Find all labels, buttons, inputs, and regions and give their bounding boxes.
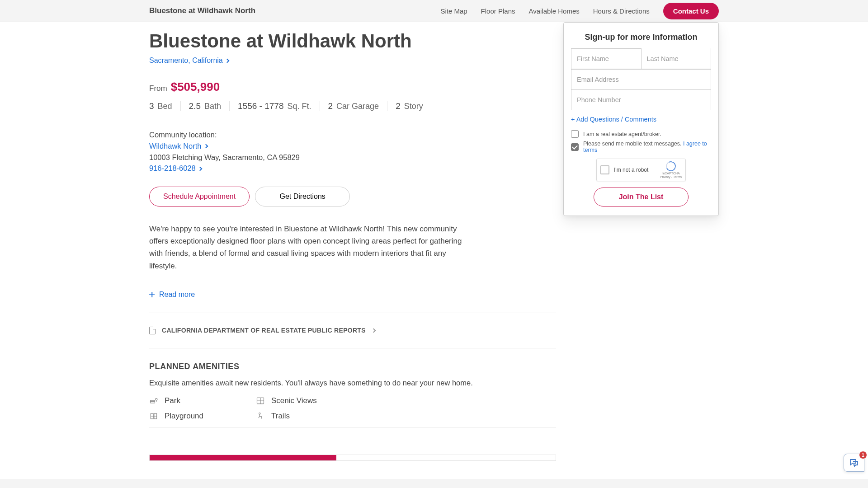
recaptcha-widget[interactable]: I'm not a robot reCAPTCHA Privacy - Term… (596, 159, 686, 181)
chevron-right-icon (225, 59, 229, 63)
chat-icon (848, 457, 860, 468)
phone-input[interactable] (571, 90, 711, 110)
top-bar: Bluestone at Wildhawk North Site Map Flo… (0, 0, 868, 22)
bottom-banner (149, 455, 556, 461)
divider (149, 313, 556, 313)
svg-point-1 (156, 399, 157, 400)
community-phone-link[interactable]: 916-218-6028 (149, 163, 202, 174)
amenity-label: Park (165, 396, 180, 405)
park-icon (149, 396, 158, 405)
chevron-right-icon (371, 328, 376, 333)
chat-badge: 1 (859, 451, 867, 459)
get-directions-button[interactable]: Get Directions (255, 187, 350, 206)
agent-checkbox-label: I am a real estate agent/broker. (583, 131, 661, 137)
recaptcha-privacy-terms: Privacy - Terms (660, 175, 682, 179)
price-from-label: From (149, 84, 167, 93)
signup-fields (571, 48, 711, 110)
community-phone: 916-218-6028 (149, 163, 196, 174)
chevron-right-icon (203, 144, 208, 149)
spec-bed: 3 Bed (149, 101, 181, 111)
spec-bath: 2.5 Bath (181, 101, 230, 111)
signup-title: Sign-up for more information (571, 33, 711, 42)
cta-row: Schedule Appointment Get Directions (149, 187, 556, 206)
checkbox-checked-icon (571, 143, 579, 151)
community-name-link[interactable]: Wildhawk North (149, 141, 208, 152)
scenic-views-icon (256, 396, 265, 405)
spec-story-label: Story (404, 102, 423, 111)
spec-sqft-label: Sq. Ft. (287, 102, 311, 111)
sms-checkbox-row[interactable]: Please send me mobile text messages. I a… (571, 141, 711, 153)
spec-list: 3 Bed 2.5 Bath 1556 - 1778 Sq. Ft. 2 Car… (149, 101, 556, 111)
divider (149, 348, 556, 348)
recaptcha-checkbox-icon (600, 165, 609, 174)
email-input[interactable] (571, 69, 711, 90)
price-row: From $505,990 (149, 80, 556, 94)
sms-text: Please send me mobile text messages. (583, 141, 681, 147)
spec-garage-label: Car Garage (336, 102, 379, 111)
nav-available-homes[interactable]: Available Homes (528, 7, 579, 15)
read-more-label: Read more (159, 291, 195, 299)
trails-icon (256, 412, 265, 421)
checkbox-unchecked-icon (571, 130, 579, 138)
divider (149, 427, 556, 427)
chat-widget-button[interactable]: 1 (844, 454, 864, 472)
chevron-right-icon (198, 166, 202, 171)
join-list-button[interactable]: Join The List (594, 188, 689, 206)
spec-story: 2 Story (387, 101, 431, 111)
community-name: Wildhawk North (149, 141, 202, 152)
svg-point-5 (259, 413, 260, 414)
spec-garage: 2 Car Garage (320, 101, 388, 111)
banner-white-segment (336, 455, 556, 460)
contact-us-button[interactable]: Contact Us (663, 3, 719, 19)
brand-title: Bluestone at Wildhawk North (149, 6, 440, 15)
amenities-sub: Exquisite amenities await new residents.… (149, 379, 556, 387)
community-label: Community location: (149, 129, 556, 141)
community-block: Community location: Wildhawk North 10003… (149, 129, 556, 174)
document-icon (149, 327, 156, 334)
read-more-toggle[interactable]: Read more (149, 291, 195, 299)
last-name-input[interactable] (642, 48, 712, 69)
plus-icon (149, 292, 155, 297)
schedule-appointment-button[interactable]: Schedule Appointment (149, 187, 250, 206)
location-link[interactable]: Sacramento, California (149, 56, 229, 65)
page-title: Bluestone at Wildhawk North (149, 30, 556, 52)
sms-checkbox-label: Please send me mobile text messages. I a… (583, 141, 711, 153)
amenities-grid: Park Scenic Views Playground Trails (149, 396, 466, 421)
add-questions-link[interactable]: + Add Questions / Comments (571, 116, 656, 123)
amenity-label: Scenic Views (271, 396, 317, 405)
recaptcha-swirl-icon (665, 160, 677, 173)
amenity-park: Park (149, 396, 252, 405)
amenity-playground: Playground (149, 412, 252, 421)
amenity-trails: Trails (256, 412, 359, 421)
main-content: Bluestone at Wildhawk North Sacramento, … (149, 22, 556, 461)
nav-site-map[interactable]: Site Map (440, 7, 467, 15)
banner-color-segment (150, 455, 336, 460)
public-reports-label: CALIFORNIA DEPARTMENT OF REAL ESTATE PUB… (162, 327, 366, 334)
nav-floor-plans[interactable]: Floor Plans (481, 7, 515, 15)
public-reports-link[interactable]: CALIFORNIA DEPARTMENT OF REAL ESTATE PUB… (149, 327, 556, 334)
amenity-scenic-views: Scenic Views (256, 396, 359, 405)
playground-icon (149, 412, 158, 421)
top-nav: Site Map Floor Plans Available Homes Hou… (440, 3, 719, 19)
nav-hours-directions[interactable]: Hours & Directions (593, 7, 650, 15)
recaptcha-brand: reCAPTCHA (662, 172, 680, 175)
spec-bath-label: Bath (204, 102, 221, 111)
recaptcha-label: I'm not a robot (614, 167, 656, 173)
spec-bed-label: Bed (158, 102, 172, 111)
amenity-label: Trails (271, 412, 290, 421)
amenity-label: Playground (165, 412, 203, 421)
spec-story-value: 2 (396, 101, 401, 111)
amenities-heading: PLANNED AMENITIES (149, 362, 556, 371)
community-description: We're happy to see you're interested in … (149, 223, 466, 272)
spec-sqft: 1556 - 1778 Sq. Ft. (230, 101, 320, 111)
location-text: Sacramento, California (149, 56, 223, 65)
spec-bed-value: 3 (149, 101, 154, 111)
spec-bath-value: 2.5 (189, 101, 201, 111)
signup-sidebar: Sign-up for more information + Add Quest… (563, 22, 719, 461)
community-address: 10003 Fletching Way, Sacramento, CA 9582… (149, 152, 556, 163)
recaptcha-logo: reCAPTCHA Privacy - Terms (660, 161, 682, 178)
signup-card: Sign-up for more information + Add Quest… (563, 22, 719, 216)
spec-sqft-value: 1556 - 1778 (238, 101, 283, 111)
agent-checkbox-row[interactable]: I am a real estate agent/broker. (571, 130, 711, 138)
first-name-input[interactable] (571, 48, 642, 69)
